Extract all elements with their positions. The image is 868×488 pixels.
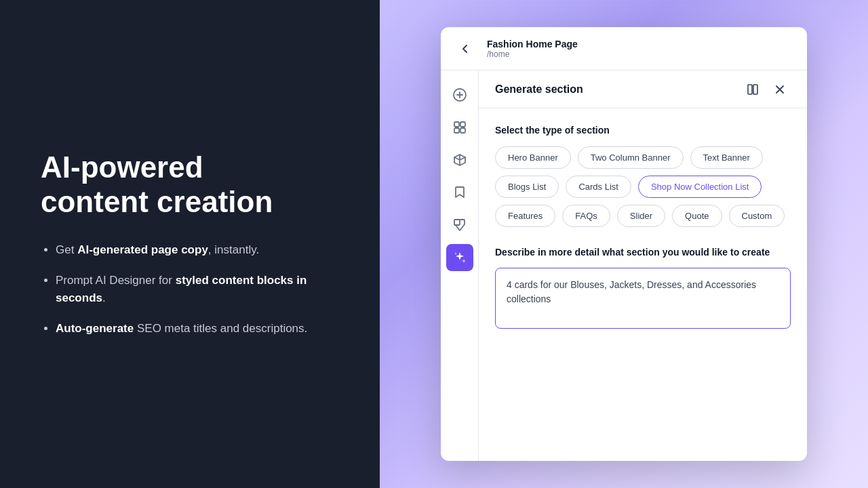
svg-rect-2 [460, 122, 465, 127]
sidebar [441, 70, 479, 461]
page-title: Fashion Home Page [487, 39, 578, 49]
feature-list: Get AI-generated page copy, instantly. P… [41, 241, 339, 338]
panel-body: Select the type of section Hero Banner T… [479, 108, 807, 461]
right-panel: Fashion Home Page /home [380, 0, 868, 488]
type-btn-hero-banner[interactable]: Hero Banner [495, 146, 571, 169]
type-btn-faqs[interactable]: FAQs [562, 205, 610, 227]
svg-rect-1 [454, 122, 459, 127]
page-path: /home [487, 49, 578, 59]
left-panel: AI-powered content creation Get AI-gener… [0, 0, 380, 488]
type-btn-blogs-list[interactable]: Blogs List [495, 176, 559, 198]
type-btn-two-column-banner[interactable]: Two Column Banner [578, 146, 684, 169]
type-btn-quote[interactable]: Quote [672, 205, 722, 227]
sidebar-box-icon[interactable] [446, 146, 473, 174]
sidebar-add-icon[interactable] [446, 81, 473, 108]
feature-item-2: Prompt AI Designer for styled content bl… [56, 272, 339, 306]
type-btn-features[interactable]: Features [495, 205, 555, 227]
feature-item-3: Auto-generate SEO meta titles and descri… [56, 320, 339, 338]
top-bar: Fashion Home Page /home [441, 27, 807, 70]
type-btn-text-banner[interactable]: Text Banner [690, 146, 763, 169]
main-heading: AI-powered content creation [41, 150, 339, 219]
close-button[interactable] [769, 79, 791, 100]
expand-button[interactable] [742, 79, 764, 100]
main-content: Generate section [441, 70, 807, 461]
type-btn-cards-list[interactable]: Cards List [566, 176, 631, 198]
describe-label: Describe in more detail what section you… [495, 246, 791, 260]
feature-item-1: Get AI-generated page copy, instantly. [56, 241, 339, 259]
panel-title: Generate section [495, 83, 742, 96]
svg-rect-4 [460, 128, 465, 133]
type-btn-slider[interactable]: Slider [617, 205, 665, 227]
svg-rect-5 [454, 220, 460, 225]
sidebar-layout-icon[interactable] [446, 114, 473, 141]
section-types: Hero Banner Two Column Banner Text Banne… [495, 146, 791, 227]
sidebar-bookmark-icon[interactable] [446, 179, 473, 206]
page-info: Fashion Home Page /home [487, 39, 578, 59]
svg-rect-6 [748, 85, 752, 94]
panel-header-actions [742, 79, 791, 100]
sidebar-tag-icon[interactable] [446, 211, 473, 239]
section-type-label: Select the type of section [495, 125, 791, 136]
describe-textarea[interactable]: 4 cards for our Blouses, Jackets, Dresse… [495, 268, 791, 329]
app-window: Fashion Home Page /home [441, 27, 807, 461]
type-btn-shop-now[interactable]: Shop Now Collection List [638, 176, 762, 198]
panel-header: Generate section [479, 70, 807, 108]
svg-rect-3 [454, 128, 459, 133]
back-button[interactable] [454, 38, 476, 60]
svg-rect-7 [753, 85, 757, 94]
sidebar-ai-icon[interactable] [446, 244, 473, 271]
type-btn-custom[interactable]: Custom [729, 205, 785, 227]
panel: Generate section [479, 70, 807, 461]
